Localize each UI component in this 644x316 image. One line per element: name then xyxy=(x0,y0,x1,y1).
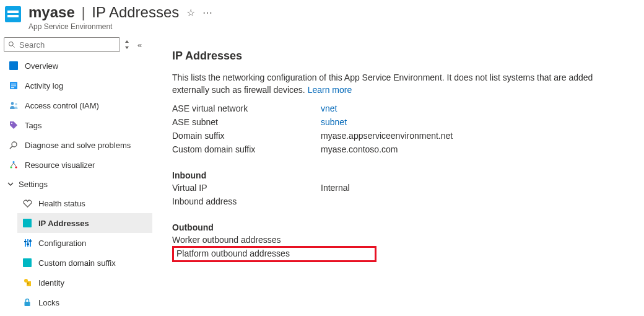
svg-point-7 xyxy=(15,103,17,105)
svg-rect-5 xyxy=(11,87,14,88)
svg-point-12 xyxy=(10,166,12,168)
virtual-ip-value: Internal xyxy=(321,183,350,193)
svg-point-21 xyxy=(24,279,28,283)
sidebar-item-locks[interactable]: Locks xyxy=(17,292,152,312)
outbound-heading: Outbound xyxy=(172,222,644,232)
svg-line-1 xyxy=(13,46,15,48)
svg-point-13 xyxy=(15,166,17,168)
inbound-heading: Inbound xyxy=(172,170,644,180)
svg-rect-16 xyxy=(30,239,31,247)
main-content: IP Addresses This lists the networking c… xyxy=(157,37,644,312)
sidebar-item-label: Access control (IAM) xyxy=(25,101,99,110)
custom-domain-icon xyxy=(22,258,32,268)
svg-rect-14 xyxy=(25,239,26,247)
sidebar-item-label: Locks xyxy=(38,298,59,307)
ase-subnet-label: ASE subnet xyxy=(172,117,321,127)
sidebar-group-label: Settings xyxy=(19,180,48,189)
sidebar-item-ip-addresses[interactable]: IP Addresses xyxy=(17,213,152,233)
resource-type-label: App Service Environment xyxy=(28,22,639,31)
svg-rect-19 xyxy=(29,240,32,242)
svg-line-10 xyxy=(10,146,12,149)
svg-rect-20 xyxy=(27,281,31,286)
sidebar-item-label: Resource visualizer xyxy=(25,160,95,170)
custom-domain-suffix-value: myase.contoso.com xyxy=(321,144,398,154)
sidebar-item-identity[interactable]: Identity xyxy=(17,273,152,292)
sidebar-item-label: Activity log xyxy=(25,81,63,90)
inbound-address-label: Inbound address xyxy=(172,196,321,206)
sidebar-item-configuration[interactable]: Configuration xyxy=(17,233,152,253)
expand-sort-icon[interactable] xyxy=(124,40,130,49)
svg-point-0 xyxy=(9,42,14,46)
svg-rect-18 xyxy=(27,244,29,245)
sidebar-item-diagnose[interactable]: Diagnose and solve problems xyxy=(4,135,152,155)
locks-icon xyxy=(22,297,32,307)
worker-outbound-label: Worker outbound addresses xyxy=(172,235,321,245)
description-text: This lists the networking configuration … xyxy=(172,71,630,96)
access-control-icon xyxy=(9,100,19,110)
svg-rect-4 xyxy=(11,86,16,86)
resource-name: myase xyxy=(28,4,75,20)
activity-log-icon xyxy=(9,81,19,90)
virtual-ip-label: Virtual IP xyxy=(172,183,321,193)
page-title: myase | IP Addresses xyxy=(28,4,179,21)
sidebar-item-label: Custom domain suffix xyxy=(38,258,116,268)
resource-visualizer-icon xyxy=(9,160,19,170)
sidebar-item-activity-log[interactable]: Activity log xyxy=(4,76,152,95)
identity-icon xyxy=(22,278,32,287)
sidebar-item-label: Health status xyxy=(38,199,85,208)
diagnose-icon xyxy=(9,140,19,150)
tags-icon xyxy=(9,120,19,130)
sidebar-item-label: Identity xyxy=(38,278,64,287)
ip-addresses-icon xyxy=(22,218,32,228)
favorite-icon[interactable]: ☆ xyxy=(186,7,195,19)
search-icon xyxy=(8,41,15,48)
resource-type-icon xyxy=(5,6,21,22)
ase-subnet-link[interactable]: subnet xyxy=(321,117,347,127)
health-status-icon xyxy=(22,198,32,208)
sidebar: « Overview Activity log Access control (… xyxy=(0,37,157,312)
svg-point-9 xyxy=(12,142,17,147)
sidebar-search[interactable] xyxy=(4,37,120,52)
sidebar-item-label: IP Addresses xyxy=(38,219,89,228)
svg-rect-17 xyxy=(24,241,27,242)
domain-suffix-label: Domain suffix xyxy=(172,131,321,141)
configuration-icon xyxy=(22,238,32,248)
sidebar-item-label: Configuration xyxy=(38,239,86,248)
sidebar-item-tags[interactable]: Tags xyxy=(4,115,152,135)
svg-point-6 xyxy=(11,102,14,105)
blade-name: IP Addresses xyxy=(92,4,179,20)
platform-outbound-label: Platform outbound addresses xyxy=(176,248,290,258)
platform-outbound-highlight: Platform outbound addresses xyxy=(172,246,376,262)
collapse-sidebar-icon[interactable]: « xyxy=(137,40,142,50)
sidebar-group-settings[interactable]: Settings xyxy=(4,175,152,193)
main-title: IP Addresses xyxy=(172,50,644,63)
sidebar-item-label: Tags xyxy=(25,121,41,130)
overview-icon xyxy=(9,61,19,71)
search-input[interactable] xyxy=(19,40,116,50)
ase-vnet-link[interactable]: vnet xyxy=(321,103,337,113)
sidebar-item-health-status[interactable]: Health status xyxy=(17,193,152,213)
svg-point-8 xyxy=(11,123,12,124)
sidebar-item-resource-visualizer[interactable]: Resource visualizer xyxy=(4,155,152,175)
svg-rect-23 xyxy=(25,302,30,306)
sidebar-item-label: Overview xyxy=(25,61,58,71)
chevron-down-icon xyxy=(7,181,14,187)
domain-suffix-value: myase.appserviceenvironment.net xyxy=(321,131,453,141)
svg-rect-3 xyxy=(11,84,16,84)
sidebar-item-access-control[interactable]: Access control (IAM) xyxy=(4,95,152,115)
more-icon[interactable]: ⋯ xyxy=(202,7,212,19)
svg-point-11 xyxy=(12,161,14,163)
svg-rect-15 xyxy=(27,239,28,247)
learn-more-link[interactable]: Learn more xyxy=(308,85,352,95)
custom-domain-suffix-label: Custom domain suffix xyxy=(172,144,321,154)
sidebar-item-custom-domain-suffix[interactable]: Custom domain suffix xyxy=(17,253,152,273)
title-separator: | xyxy=(81,4,85,20)
sidebar-item-label: Diagnose and solve problems xyxy=(25,141,131,150)
svg-rect-22 xyxy=(28,283,28,284)
blade-header: myase | IP Addresses ☆ ⋯ App Service Env… xyxy=(0,0,644,31)
ase-vnet-label: ASE virtual network xyxy=(172,103,321,113)
sidebar-item-overview[interactable]: Overview xyxy=(4,56,152,76)
